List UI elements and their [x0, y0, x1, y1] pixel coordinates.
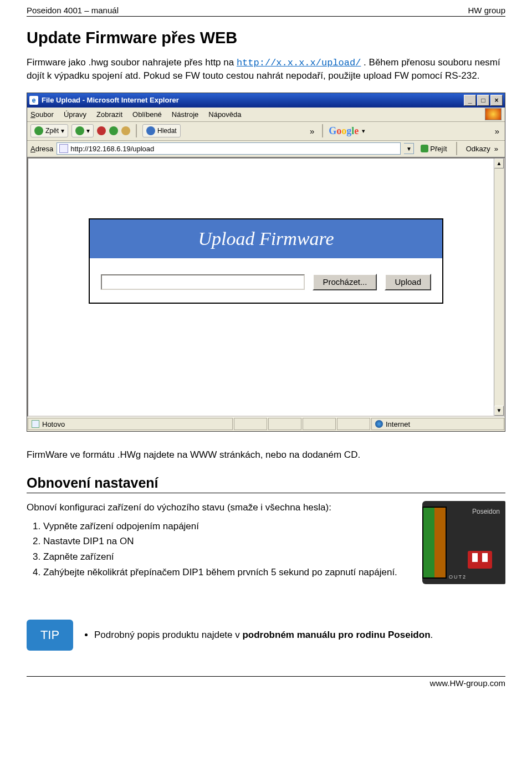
tip-badge: TIP: [27, 620, 73, 651]
status-cell: [234, 418, 267, 430]
menubar: Soubor Úpravy Zobrazit Oblíbené Nástroje…: [27, 108, 505, 122]
toolbar-separator: [322, 124, 323, 137]
step-1: Vypněte zařízení odpojením napájení: [43, 520, 415, 533]
status-cell: [268, 418, 301, 430]
device-labels: OUT2: [449, 574, 467, 580]
forward-arrow-icon: [75, 126, 84, 135]
header-left: Poseidon 4001 – manuál: [27, 6, 119, 15]
nav-toolbar: Zpět ▾ ▾ Hledat » Google ▾ »: [27, 122, 505, 141]
toolbar-separator: [136, 124, 137, 137]
page-icon: [59, 144, 68, 153]
menu-zobrazit[interactable]: Zobrazit: [96, 110, 122, 119]
step-2: Nastavte DIP1 na ON: [43, 535, 415, 548]
device-photo: OUT2: [422, 501, 505, 584]
status-zone: Internet: [371, 418, 504, 430]
page-header: Poseidon 4001 – manuál HW group: [27, 6, 505, 17]
status-main: Hotovo: [28, 418, 233, 430]
back-arrow-icon: [34, 126, 43, 135]
header-right: HW group: [468, 6, 505, 15]
intro-paragraph: Firmware jako .hwg soubor nahrajete přes…: [27, 57, 505, 83]
toolbar-overflow-icon[interactable]: »: [308, 126, 316, 136]
file-path-input[interactable]: [101, 274, 305, 290]
upload-panel-heading: Upload Firmware: [90, 219, 442, 258]
stop-icon[interactable]: [97, 126, 106, 135]
restore-steps: Vypněte zařízení odpojením napájení Nast…: [30, 520, 415, 579]
ie-page-icon: e: [29, 96, 38, 105]
menu-oblibene[interactable]: Oblíbené: [132, 110, 162, 119]
go-arrow-icon: [421, 145, 428, 152]
back-button[interactable]: Zpět ▾: [30, 124, 68, 137]
scrollbar[interactable]: ▲ ▼: [494, 159, 504, 416]
address-bar: Adresa http://192.168.6.19/upload ▼ Přej…: [27, 141, 505, 157]
google-overflow-icon[interactable]: »: [493, 126, 502, 136]
ie-throbber-icon: [485, 108, 502, 120]
address-dropdown-icon[interactable]: ▼: [404, 143, 414, 154]
tip-text: Podrobný popis produktu najdete v podrob…: [83, 620, 505, 651]
status-cell: [337, 418, 370, 430]
dip-switch-icon: [468, 551, 492, 569]
step-3: Zapněte zařízení: [43, 550, 415, 564]
status-bar: Hotovo Internet: [27, 417, 505, 431]
upload-firmware-panel: Upload Firmware Procházet... Upload: [89, 218, 443, 304]
tip-callout: TIP Podrobný popis produktu najdete v po…: [27, 620, 505, 651]
forward-button[interactable]: ▾: [71, 124, 94, 137]
scroll-down-icon[interactable]: ▼: [494, 406, 504, 416]
ie-window: e File Upload - Microsoft Internet Explo…: [27, 93, 505, 432]
scroll-up-icon[interactable]: ▲: [494, 159, 504, 168]
menu-nastroje[interactable]: Nástroje: [172, 110, 198, 119]
address-input[interactable]: http://192.168.6.19/upload: [57, 142, 401, 155]
menu-soubor[interactable]: Soubor: [30, 110, 54, 119]
upload-form: Procházet... Upload: [90, 258, 442, 303]
browse-button[interactable]: Procházet...: [313, 274, 377, 290]
restore-text: Obnoví konfiguraci zařízení do výchozího…: [27, 501, 415, 581]
upload-url-link[interactable]: http://x.x.x.x/upload/: [237, 58, 361, 68]
window-title: File Upload - Microsoft Internet Explore…: [42, 96, 179, 104]
firmware-caption: FirmWare ve formátu .HWg najdete na WWW …: [27, 449, 505, 461]
maximize-button[interactable]: □: [477, 95, 489, 106]
search-button[interactable]: Hledat: [142, 124, 181, 137]
status-cell: [303, 418, 336, 430]
google-toolbar-logo[interactable]: Google: [329, 125, 359, 137]
restore-intro: Obnoví konfiguraci zařízení do výchozího…: [27, 501, 415, 514]
upload-button[interactable]: Upload: [385, 274, 431, 290]
refresh-icon[interactable]: [109, 126, 118, 135]
step-4: Zahýbejte několikrát přepínačem DIP1 běh…: [43, 566, 415, 579]
search-icon: [146, 126, 155, 135]
page-title: Update Firmware přes WEB: [27, 29, 505, 47]
page-footer: www.HW-group.com: [27, 676, 505, 688]
menu-upravy[interactable]: Úpravy: [64, 110, 86, 119]
go-button[interactable]: Přejít: [417, 145, 450, 153]
address-label: Adresa: [30, 145, 53, 153]
close-button[interactable]: ×: [490, 95, 503, 106]
links-button[interactable]: Odkazy »: [463, 145, 502, 153]
browser-viewport: Upload Firmware Procházet... Upload ▲ ▼: [27, 157, 505, 417]
address-value: http://192.168.6.19/upload: [70, 145, 154, 153]
window-titlebar: e File Upload - Microsoft Internet Explo…: [27, 93, 505, 108]
minimize-button[interactable]: _: [464, 95, 476, 106]
home-icon[interactable]: [121, 126, 130, 135]
restore-heading: Obnovení nastavení: [27, 475, 505, 493]
internet-zone-icon: [375, 420, 383, 428]
menu-napoveda[interactable]: Nápověda: [208, 110, 241, 119]
done-icon: [32, 420, 39, 428]
